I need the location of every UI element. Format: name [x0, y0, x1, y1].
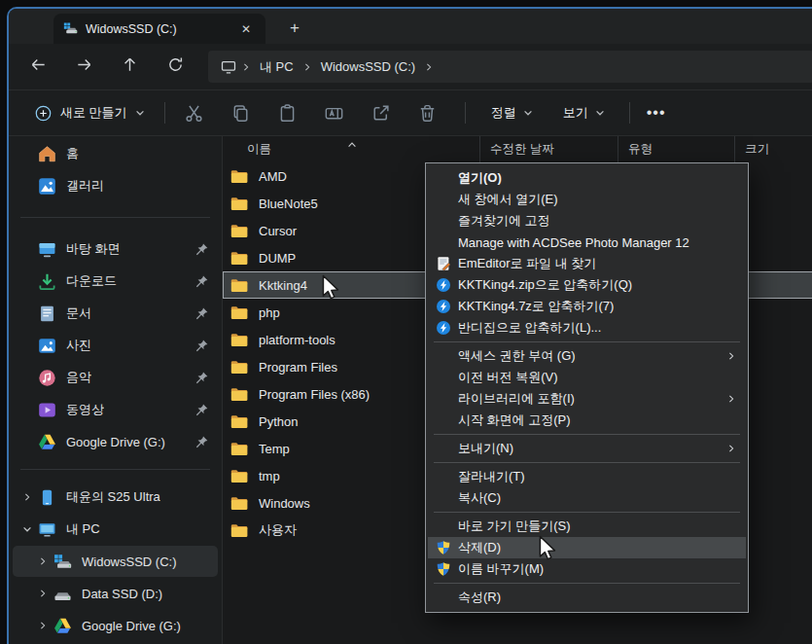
sidebar-item-phone-s25[interactable]: 태윤의 S25 Ultra [13, 482, 218, 513]
sidebar-item-pictures[interactable]: 사진 [13, 330, 218, 361]
refresh-button[interactable] [158, 51, 193, 84]
column-header-date[interactable]: 수정한 날짜 [480, 136, 618, 162]
paste-button[interactable] [268, 97, 307, 128]
file-name: AMD [259, 169, 287, 184]
column-header-label: 이름 [247, 141, 271, 158]
sidebar-item-label: 다운로드 [66, 272, 117, 290]
delete-button[interactable] [408, 97, 447, 128]
context-menu-divider [434, 512, 740, 513]
up-button[interactable] [112, 51, 147, 84]
context-menu-item-open[interactable]: 열기(O) [428, 167, 746, 189]
context-menu-item-label: KKTKing4.zip으로 압축하기(Q) [458, 276, 738, 294]
sidebar-item-desktop[interactable]: 바탕 화면 [13, 233, 218, 265]
file-name: 사용자 [259, 521, 297, 539]
context-menu-item-acdsee-manage[interactable]: Manage with ACDSee Photo Manager 12 [428, 232, 746, 253]
context-menu-item-label: 바로 가기 만들기(S) [458, 518, 738, 535]
sidebar-item-documents[interactable]: 문서 [13, 298, 218, 329]
sidebar-item-music[interactable]: 음악 [13, 362, 218, 393]
context-menu-item-bandizip-compress[interactable]: 반디집으로 압축하기(L)... [428, 317, 746, 339]
share-icon [371, 103, 391, 124]
context-menu-divider [434, 462, 740, 463]
file-name: php [259, 305, 280, 320]
tab-widowsssd[interactable]: WidowsSSD (C:) ✕ [53, 14, 265, 44]
forward-icon [75, 55, 93, 78]
context-menu-item-emeditor-find[interactable]: EmEditor로 파일 내 찾기 [428, 253, 746, 274]
context-menu-item-copy[interactable]: 복사(C) [428, 487, 746, 509]
context-menu-item-cut[interactable]: 잘라내기(T) [428, 466, 746, 487]
sidebar-item-google-drive-g[interactable]: Google Drive (G:) [13, 610, 218, 641]
sidebar-item-widowsssd-c[interactable]: WidowsSSD (C:) [13, 546, 218, 577]
sidebar-item-label: 바탕 화면 [66, 240, 121, 258]
context-menu-item-7z-compress[interactable]: KKTKing4.7z로 압축하기(7) [428, 296, 746, 317]
folder-icon [230, 251, 248, 266]
folder-icon [230, 360, 248, 375]
context-menu-item-pin-favorites[interactable]: 즐겨찾기에 고정 [428, 210, 746, 232]
new-tab-button[interactable]: + [281, 16, 308, 41]
tab-title: WidowsSSD (C:) [86, 22, 177, 36]
sidebar-item-gallery[interactable]: 갤러리 [13, 170, 218, 201]
context-menu-item-label: 액세스 권한 부여 (G) [458, 347, 727, 365]
forward-button[interactable] [66, 51, 101, 84]
sidebar-item-videos[interactable]: 동영상 [13, 394, 218, 425]
context-menu-item-pin-start[interactable]: 시작 화면에 고정(P) [428, 410, 746, 431]
context-menu-item-send-to[interactable]: 보내기(N) [428, 438, 746, 459]
context-menu-item-label: 열기(O) [458, 169, 738, 187]
new-button[interactable]: 새로 만들기 [24, 98, 155, 128]
tab-close-icon[interactable]: ✕ [234, 18, 258, 40]
tab-bar: WidowsSSD (C:) ✕ + [9, 9, 812, 44]
sidebar-item-home[interactable]: 홈 [13, 138, 218, 169]
this-pc-icon [220, 58, 237, 76]
mouse-cursor [317, 273, 344, 301]
sidebar-item-label: Google Drive (G:) [66, 435, 165, 449]
context-menu-item-grant-access[interactable]: 액세스 권한 부여 (G) [428, 345, 746, 367]
context-menu-item-create-shortcut[interactable]: 바로 가기 만들기(S) [428, 516, 746, 537]
sidebar-item-data-ssd-d[interactable]: Data SSD (D:) [13, 578, 218, 609]
context-menu-item-label: 복사(C) [458, 489, 738, 507]
videos-icon [38, 401, 56, 419]
sidebar-item-label: WidowsSSD (C:) [82, 555, 177, 569]
file-name: Program Files (x86) [259, 387, 370, 402]
shield-icon [436, 561, 452, 578]
sidebar-item-label: 내 PC [66, 520, 100, 538]
sort-button[interactable]: 정렬 [476, 98, 542, 127]
copy-button[interactable] [222, 97, 261, 128]
chevron-right-icon [35, 620, 50, 631]
see-more-button[interactable]: ••• [640, 98, 673, 127]
rename-button[interactable] [315, 97, 354, 128]
pinned-icon [194, 306, 209, 321]
sidebar-item-this-pc[interactable]: 내 PC [13, 514, 218, 545]
view-button[interactable]: 보기 [547, 98, 614, 127]
no-icon [436, 370, 452, 386]
context-menu-item-properties[interactable]: 속성(R) [428, 587, 746, 608]
column-header-size[interactable]: 크기 [735, 136, 812, 162]
sidebar-item-downloads[interactable]: 다운로드 [13, 266, 218, 297]
cut-button[interactable] [175, 97, 214, 128]
context-menu-item-zip-compress[interactable]: KKTKing4.zip으로 압축하기(Q) [428, 274, 746, 296]
breadcrumb-widowsssd[interactable]: WidowsSSD (C:) [314, 56, 423, 77]
context-menu-item-open-new-window[interactable]: 새 창에서 열기(E) [428, 189, 746, 210]
chevron-right-icon [19, 491, 34, 503]
context-menu-item-rename[interactable]: 이름 바꾸기(M) [428, 558, 746, 580]
navigation-bar: 내 PC WidowsSSD (C:) [9, 44, 812, 90]
context-menu-item-label: 새 창에서 열기(E) [458, 191, 738, 208]
context-menu-item-label: KKTKing4.7z로 압축하기(7) [458, 298, 738, 315]
context-menu-item-include-library[interactable]: 라이브러리에 포함(I) [428, 388, 746, 410]
breadcrumb-my-pc[interactable]: 내 PC [253, 55, 300, 79]
bandizip-icon [436, 299, 452, 315]
sidebar-item-label: Data SSD (D:) [82, 587, 162, 601]
bandizip-icon [436, 277, 452, 294]
context-menu-item-delete[interactable]: 삭제(D) [428, 537, 746, 558]
file-name: Python [259, 414, 298, 429]
context-menu-item-restore-versions[interactable]: 이전 버전 복원(V) [428, 367, 746, 388]
desktop-icon [38, 240, 56, 259]
share-button[interactable] [362, 97, 401, 128]
context-menu-item-label: EmEditor로 파일 내 찾기 [458, 255, 738, 272]
back-button[interactable] [20, 51, 55, 84]
submenu-chevron-icon [727, 350, 735, 363]
sidebar-item-google-drive[interactable]: Google Drive (G:) [13, 426, 218, 457]
column-header-type[interactable]: 유형 [618, 136, 735, 162]
pinned-icon [194, 242, 209, 257]
column-header-name[interactable]: 이름 [223, 136, 480, 162]
address-bar[interactable]: 내 PC WidowsSSD (C:) [208, 51, 812, 83]
folder-icon [230, 469, 248, 483]
